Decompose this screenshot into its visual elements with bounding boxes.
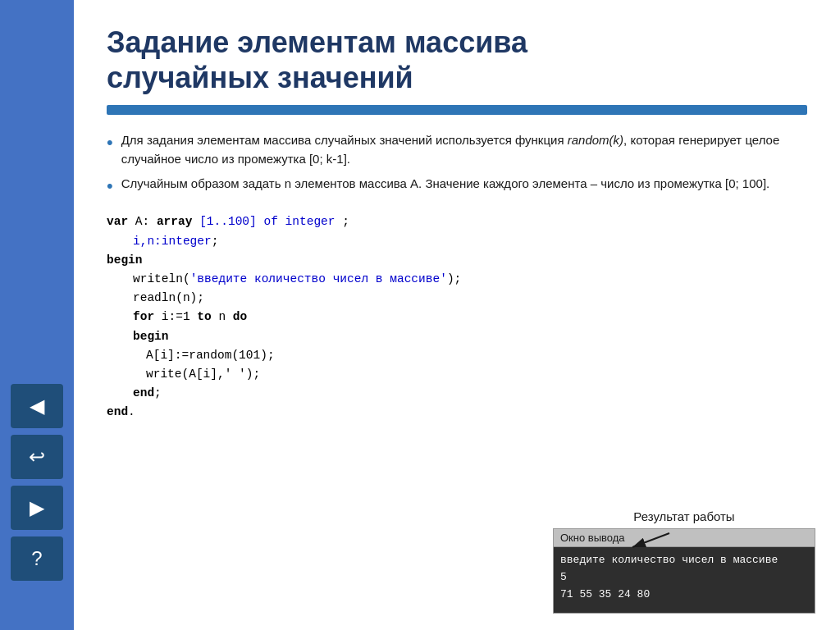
result-label: Результат работы bbox=[553, 509, 815, 523]
slide: ◀ ↩ ▶ ? Задание элементам массива случай… bbox=[0, 0, 840, 630]
title-line1: Задание элементам массива bbox=[107, 25, 527, 59]
return-button[interactable]: ↩ bbox=[11, 435, 63, 479]
help-button[interactable]: ? bbox=[11, 536, 63, 581]
code-line-10: end; bbox=[133, 384, 807, 403]
output-line-3: 71 55 35 24 80 bbox=[560, 587, 808, 604]
code-block: var A: array [1..100] of integer ; i,n:i… bbox=[107, 212, 807, 422]
code-line-3: begin bbox=[107, 251, 807, 270]
accent-bar bbox=[107, 105, 807, 115]
code-line-7: begin bbox=[133, 327, 807, 346]
code-line-1: var A: array [1..100] of integer ; bbox=[107, 212, 807, 231]
sidebar: ◀ ↩ ▶ ? bbox=[0, 0, 74, 630]
title-line2: случайных значений bbox=[107, 61, 413, 94]
output-line-2: 5 bbox=[560, 569, 808, 587]
code-line-5: readln(n); bbox=[133, 289, 807, 308]
bullet-text-1: Для задания элементам массива случайных … bbox=[121, 131, 807, 168]
bullet-dot-1: • bbox=[107, 129, 113, 156]
code-line-2: i,n:integer; bbox=[133, 232, 807, 251]
code-line-9: write(A[i],' '); bbox=[146, 365, 807, 384]
output-line-1: введите количество чисел в массиве bbox=[560, 552, 808, 569]
prev-button[interactable]: ◀ bbox=[11, 384, 63, 428]
main-content: Задание элементам массива случайных знач… bbox=[74, 0, 840, 630]
code-line-8: A[i]:=random(101); bbox=[146, 346, 807, 365]
output-container: Результат работы Окно вывода введите кол… bbox=[553, 509, 815, 614]
bullet-list: • Для задания элементам массива случайны… bbox=[107, 131, 807, 199]
output-window: Окно вывода введите количество чисел в м… bbox=[553, 528, 815, 614]
arrow-icon bbox=[628, 529, 678, 554]
output-titlebar: Окно вывода bbox=[554, 529, 815, 547]
code-line-6: for i:=1 to n do bbox=[133, 308, 807, 326]
bullet-item-2: • Случайным образом задать n элементов м… bbox=[107, 175, 807, 199]
code-line-4: writeln('введите количество чисел в масс… bbox=[133, 270, 807, 289]
bullet-item: • Для задания элементам массива случайны… bbox=[107, 131, 807, 168]
bullet-text-2: Случайным образом задать n элементов мас… bbox=[121, 175, 770, 194]
svg-line-1 bbox=[632, 533, 669, 547]
output-body: введите количество чисел в массиве 5 71 … bbox=[554, 547, 815, 613]
code-line-11: end. bbox=[107, 403, 807, 422]
bullet-dot-2: • bbox=[107, 172, 113, 199]
next-button[interactable]: ▶ bbox=[11, 486, 63, 530]
slide-title: Задание элементам массива случайных знач… bbox=[107, 25, 807, 95]
